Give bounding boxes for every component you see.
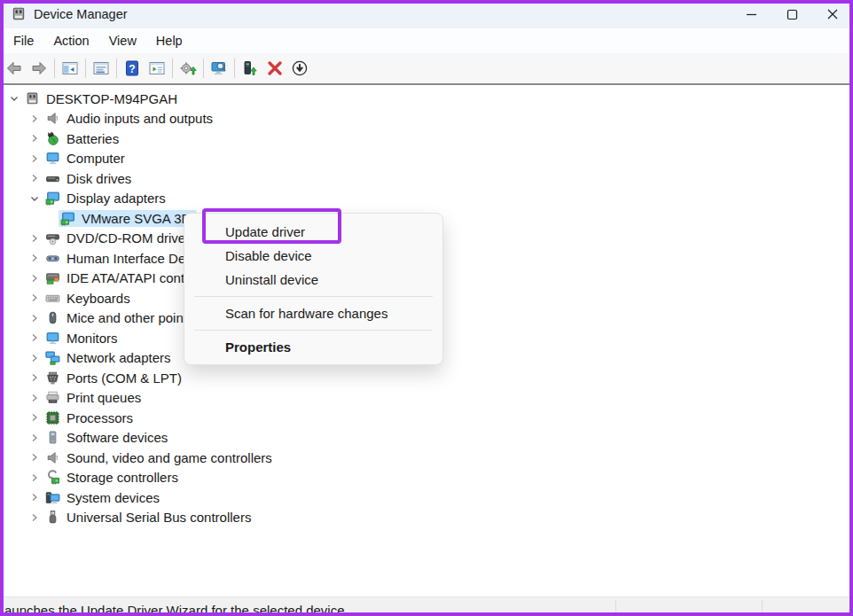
- gear-update-icon: [179, 59, 197, 77]
- svg-text:?: ?: [129, 63, 135, 75]
- chevron-right-icon[interactable]: [26, 112, 43, 126]
- chevron-right-icon[interactable]: [26, 311, 43, 325]
- context-menu-item-uninstall-device[interactable]: Uninstall device: [184, 268, 442, 292]
- chevron-right-icon[interactable]: [26, 291, 43, 305]
- chevron-right-icon[interactable]: [26, 370, 43, 385]
- properties-pane-button[interactable]: [89, 56, 113, 81]
- minimize-icon: [746, 9, 757, 20]
- close-icon: [826, 8, 839, 20]
- chevron-right-icon[interactable]: [26, 231, 43, 246]
- chevron-right-icon[interactable]: [26, 152, 43, 166]
- chevron-right-icon[interactable]: [26, 331, 43, 345]
- context-menu-item-update-driver[interactable]: Update driver: [184, 220, 442, 244]
- tree-item-disk-drives[interactable]: Disk drives: [0, 168, 853, 189]
- tree-item-content: System devices: [43, 489, 166, 506]
- action-pane-icon: [148, 59, 166, 77]
- status-bar: aunches the Update Driver Wizard for the…: [0, 597, 853, 616]
- toolbar: ?: [0, 53, 853, 85]
- display-adapter-icon: [60, 211, 75, 226]
- window-controls: [731, 0, 853, 28]
- mouse-icon: [45, 310, 60, 325]
- chevron-right-icon[interactable]: [26, 471, 43, 485]
- toolbar-group: [176, 56, 200, 81]
- minimize-button[interactable]: [731, 0, 771, 28]
- scan-monitor-icon: [210, 59, 228, 77]
- chevron-right-icon[interactable]: [26, 251, 43, 265]
- tree-item-universal-serial-bus-controllers[interactable]: Universal Serial Bus controllers: [0, 508, 853, 528]
- tree-item-ports-com-lpt[interactable]: Ports (COM & LPT): [0, 368, 853, 388]
- tree-item-content: Universal Serial Bus controllers: [43, 509, 257, 526]
- tree-item-label: Disk drives: [67, 171, 131, 186]
- tree-item-content: Disk drives: [43, 170, 137, 187]
- hid-gamepad-icon: [45, 251, 60, 266]
- tree-item-computer[interactable]: Computer: [0, 149, 853, 169]
- tree-item-label: Network adapters: [67, 350, 171, 365]
- tree-item-content: Software devices: [43, 429, 174, 446]
- toolbar-separator: [116, 58, 117, 78]
- tree-item-display-adapters[interactable]: Display adapters: [0, 189, 853, 209]
- battery-icon: [45, 131, 60, 146]
- tree-item-storage-controllers[interactable]: Storage controllers: [0, 468, 853, 488]
- context-menu-item-disable-device[interactable]: Disable device: [184, 244, 442, 268]
- close-button[interactable]: [812, 0, 853, 28]
- monitor-icon: [45, 151, 60, 166]
- disable-device-button[interactable]: [287, 56, 312, 81]
- monitor-icon: [45, 331, 60, 346]
- properties-panel-icon: [92, 59, 110, 77]
- help-book-icon: ?: [123, 59, 141, 77]
- tree-item-label: Computer: [67, 151, 125, 166]
- tree-item-print-queues[interactable]: Print queues: [0, 388, 853, 409]
- tree-item-content: Ports (COM & LPT): [43, 370, 188, 386]
- update-driver-button[interactable]: [238, 56, 262, 81]
- menu-view[interactable]: View: [99, 30, 146, 51]
- serial-port-icon: [45, 370, 60, 386]
- scan-for-hardware-changes-button[interactable]: [207, 56, 231, 81]
- chevron-right-icon[interactable]: [26, 391, 43, 405]
- tree-item-batteries[interactable]: Batteries: [0, 129, 853, 149]
- show-console-tree-button[interactable]: [58, 56, 82, 81]
- maximize-icon: [786, 9, 798, 20]
- chevron-right-icon[interactable]: [26, 131, 43, 145]
- chevron-down-icon[interactable]: [26, 191, 43, 206]
- tree-item-label: Display adapters: [67, 191, 166, 206]
- tree-item-software-devices[interactable]: Software devices: [0, 428, 853, 448]
- tree-item-selected-content: VMware SVGA 3D: [59, 210, 197, 227]
- network-adapter-icon: [45, 350, 60, 365]
- tree-item-content: DESKTOP-M94PGAH: [23, 90, 184, 107]
- chevron-right-icon[interactable]: [26, 410, 43, 425]
- tree-item-audio-inputs-and-outputs[interactable]: Audio inputs and outputs: [0, 109, 853, 129]
- show-action-pane-button[interactable]: [145, 56, 169, 81]
- context-menu-item-properties[interactable]: Properties: [184, 335, 442, 359]
- desktop-pc-icon: [25, 91, 40, 106]
- status-separator: [762, 600, 763, 616]
- keyboard-icon: [45, 291, 60, 306]
- uninstall-device-button[interactable]: [262, 56, 287, 81]
- toolbar-separator: [85, 58, 86, 78]
- maximize-button[interactable]: [771, 0, 812, 28]
- tree-item-label: Ports (COM & LPT): [67, 370, 182, 386]
- tree-item-content: Keyboards: [43, 290, 137, 307]
- tree-item-processors[interactable]: Processors: [0, 408, 853, 428]
- tree-item-system-devices[interactable]: System devices: [0, 487, 853, 508]
- chevron-right-icon[interactable]: [26, 490, 43, 504]
- forward-button[interactable]: [27, 56, 51, 81]
- tree-item-sound-video-and-game-controllers[interactable]: Sound, video and game controllers: [0, 448, 853, 468]
- menu-help[interactable]: Help: [146, 30, 192, 51]
- chevron-right-icon[interactable]: [26, 351, 43, 365]
- chevron-right-icon[interactable]: [26, 450, 43, 464]
- menu-action[interactable]: Action: [43, 30, 98, 51]
- context-menu-item-scan-for-hardware-changes[interactable]: Scan for hardware changes: [184, 301, 442, 325]
- chevron-right-icon[interactable]: [26, 271, 43, 285]
- chevron-right-icon[interactable]: [26, 431, 43, 445]
- chevron-right-icon[interactable]: [26, 511, 43, 525]
- chevron-down-icon[interactable]: [5, 91, 23, 105]
- back-button[interactable]: [2, 56, 27, 81]
- help-button[interactable]: ?: [120, 56, 145, 81]
- tree-item-desktop-m94pgah[interactable]: DESKTOP-M94PGAH: [0, 89, 853, 109]
- toolbar-group: [207, 56, 231, 81]
- window-title: Device Manager: [34, 7, 128, 21]
- printer-icon: [45, 390, 60, 405]
- update-driver-software-button[interactable]: [176, 56, 200, 81]
- chevron-right-icon[interactable]: [26, 171, 43, 185]
- menu-file[interactable]: File: [4, 30, 43, 51]
